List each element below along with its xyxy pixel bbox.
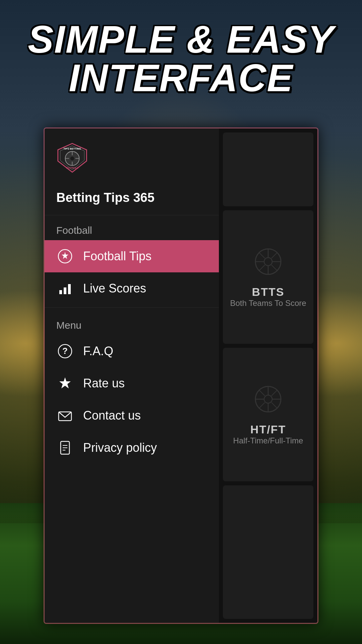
- sidebar: TIPS BETTING FOOTBALL Betting Tips 365 F…: [45, 128, 219, 623]
- logo-area: TIPS BETTING FOOTBALL: [45, 128, 219, 184]
- sidebar-item-live-scores[interactable]: Live Scores: [45, 272, 219, 305]
- svg-text:TIPS BETTING: TIPS BETTING: [63, 147, 81, 150]
- svg-line-41: [272, 390, 277, 396]
- football-tips-icon: [56, 248, 74, 265]
- rate-us-label: Rate us: [83, 376, 125, 390]
- btts-icon: [253, 247, 283, 282]
- divider-1: [45, 307, 219, 308]
- right-card-btts[interactable]: BTTS Both Teams To Score: [223, 210, 313, 344]
- sidebar-item-rate-us[interactable]: Rate us: [45, 367, 219, 399]
- svg-line-40: [272, 402, 277, 408]
- header-line1: SIMPLE & EASY: [0, 20, 362, 59]
- btts-title: BTTS: [252, 285, 285, 299]
- svg-line-29: [259, 253, 265, 258]
- sidebar-item-contact-us[interactable]: Contact us: [45, 399, 219, 432]
- svg-text:?: ?: [62, 346, 68, 356]
- football-section-label: Football: [45, 215, 219, 240]
- contact-us-label: Contact us: [83, 409, 141, 423]
- htft-title: HT/FT: [250, 423, 286, 436]
- svg-marker-17: [59, 377, 71, 388]
- privacy-policy-icon: [56, 439, 74, 457]
- football-tips-label: Football Tips: [83, 249, 152, 263]
- btts-subtitle: Both Teams To Score: [230, 299, 306, 308]
- right-card-htft[interactable]: HT/FT Half-Time/Full-Time: [223, 348, 313, 481]
- svg-point-3: [70, 157, 74, 160]
- right-card-bottom: [223, 485, 313, 619]
- live-scores-icon: [56, 280, 74, 297]
- svg-point-34: [264, 395, 272, 403]
- svg-line-30: [272, 265, 277, 271]
- header-line2: INTERFACE: [0, 59, 362, 97]
- contact-us-icon: [56, 407, 74, 424]
- faq-icon: ?: [56, 342, 74, 360]
- htft-icon: [253, 384, 283, 420]
- svg-line-32: [259, 265, 265, 271]
- svg-text:FOOTBALL: FOOTBALL: [66, 167, 78, 169]
- svg-line-42: [259, 402, 265, 408]
- svg-line-31: [272, 253, 277, 258]
- sidebar-item-privacy-policy[interactable]: Privacy policy: [45, 432, 219, 464]
- svg-rect-13: [64, 287, 66, 294]
- htft-subtitle: Half-Time/Full-Time: [233, 436, 303, 445]
- header-text-block: SIMPLE & EASY INTERFACE: [0, 20, 362, 97]
- svg-rect-14: [68, 284, 71, 294]
- rate-us-icon: [56, 375, 74, 392]
- app-logo: TIPS BETTING FOOTBALL: [56, 142, 88, 174]
- sidebar-item-faq[interactable]: ? F.A.Q: [45, 335, 219, 367]
- svg-line-39: [259, 390, 265, 396]
- faq-label: F.A.Q: [83, 344, 113, 358]
- app-frame: TIPS BETTING FOOTBALL Betting Tips 365 F…: [44, 127, 318, 624]
- svg-marker-11: [62, 252, 68, 259]
- sidebar-item-football-tips[interactable]: Football Tips: [45, 240, 219, 272]
- live-scores-label: Live Scores: [83, 281, 146, 296]
- sidebar-app-title-container: Betting Tips 365: [45, 184, 219, 215]
- svg-rect-12: [59, 290, 62, 294]
- right-card-top: [223, 132, 313, 206]
- right-panel: BTTS Both Teams To Score HT/FT: [219, 128, 317, 623]
- privacy-policy-label: Privacy policy: [83, 441, 157, 455]
- svg-point-24: [264, 258, 272, 266]
- menu-section-label: Menu: [45, 310, 219, 335]
- sidebar-app-title: Betting Tips 365: [56, 191, 155, 205]
